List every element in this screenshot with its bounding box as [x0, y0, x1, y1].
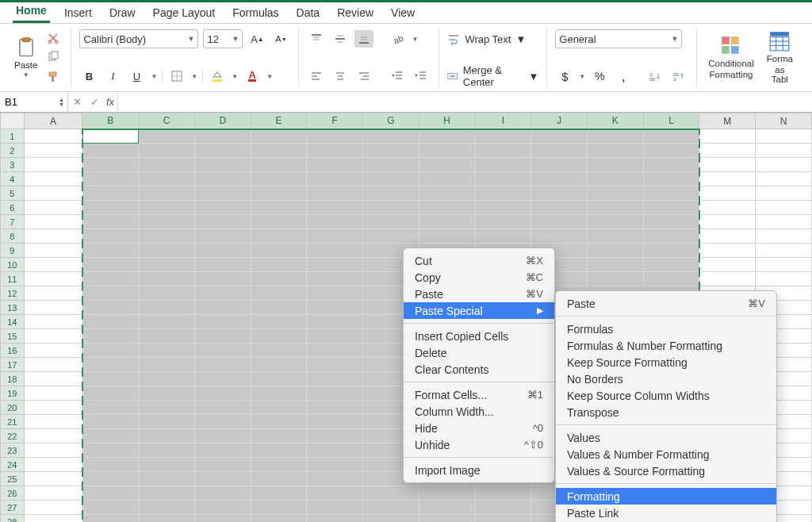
cell-H7[interactable]	[419, 215, 475, 229]
cell-B9[interactable]	[82, 244, 139, 258]
cell-B24[interactable]	[82, 458, 139, 472]
cell-A4[interactable]	[24, 172, 82, 186]
cell-C26[interactable]	[139, 486, 195, 501]
cell-D13[interactable]	[194, 301, 251, 315]
cell-C23[interactable]	[139, 443, 195, 458]
row-header-10[interactable]: 10	[1, 258, 25, 272]
ctx-delete[interactable]: Delete	[404, 344, 554, 361]
cell-G5[interactable]	[363, 186, 419, 201]
row-header-20[interactable]: 20	[1, 401, 25, 415]
cell-E25[interactable]	[251, 472, 307, 486]
cell-E1[interactable]	[251, 129, 307, 144]
cell-J8[interactable]	[531, 229, 588, 244]
cell-J4[interactable]	[531, 172, 588, 186]
cell-C25[interactable]	[139, 472, 195, 486]
ps-paste-link[interactable]: Paste Link	[556, 505, 776, 521]
cell-I1[interactable]	[475, 129, 531, 144]
cell-H2[interactable]	[419, 144, 475, 158]
cell-L4[interactable]	[643, 172, 699, 186]
cell-B21[interactable]	[82, 415, 139, 429]
cell-N10[interactable]	[756, 258, 812, 272]
cell-F1[interactable]	[307, 129, 363, 144]
align-bottom-icon[interactable]	[354, 30, 373, 48]
cell-B19[interactable]	[82, 386, 139, 401]
ps-transpose[interactable]: Transpose	[556, 404, 776, 420]
ctx-hide[interactable]: Hide^0	[404, 420, 554, 436]
cell-D15[interactable]	[194, 329, 251, 344]
col-header-E[interactable]: E	[251, 113, 307, 129]
cell-D21[interactable]	[194, 415, 251, 429]
cell-B28[interactable]	[82, 515, 139, 523]
cell-H4[interactable]	[419, 172, 475, 186]
cell-A21[interactable]	[24, 415, 82, 429]
cell-A17[interactable]	[24, 358, 82, 372]
cell-C2[interactable]	[139, 144, 195, 158]
orientation-icon[interactable]: ab	[388, 30, 407, 48]
cell-D23[interactable]	[194, 443, 251, 458]
cell-C14[interactable]	[139, 315, 195, 329]
cell-E26[interactable]	[251, 486, 307, 501]
cell-A23[interactable]	[24, 443, 82, 458]
cell-M2[interactable]	[699, 144, 756, 158]
row-header-4[interactable]: 4	[1, 172, 25, 186]
cell-E12[interactable]	[251, 286, 307, 301]
cell-A13[interactable]	[24, 301, 82, 315]
borders-button[interactable]	[167, 67, 186, 85]
col-header-F[interactable]: F	[307, 113, 363, 129]
tab-home[interactable]: Home	[13, 2, 50, 23]
copy-icon[interactable]	[44, 48, 63, 66]
cell-B11[interactable]	[82, 272, 139, 286]
cell-B5[interactable]	[82, 186, 139, 201]
cell-E27[interactable]	[251, 501, 307, 515]
tab-page-layout[interactable]: Page Layout	[150, 4, 219, 23]
cell-A7[interactable]	[24, 215, 82, 229]
ps-formatting[interactable]: Formatting	[556, 488, 776, 505]
cell-J7[interactable]	[531, 215, 588, 229]
cell-A25[interactable]	[24, 472, 82, 486]
cell-E23[interactable]	[251, 443, 307, 458]
row-header-26[interactable]: 26	[1, 486, 25, 501]
cell-E11[interactable]	[251, 272, 307, 286]
font-size-select[interactable]: 12▼	[203, 29, 243, 48]
row-header-17[interactable]: 17	[1, 358, 25, 372]
ps-formulas[interactable]: Formulas	[556, 320, 776, 337]
cell-C9[interactable]	[139, 244, 195, 258]
decrease-font-icon[interactable]: A▼	[271, 30, 290, 48]
cell-N2[interactable]	[756, 144, 812, 158]
cell-C7[interactable]	[139, 215, 195, 229]
cell-B13[interactable]	[82, 301, 139, 315]
cell-K7[interactable]	[587, 215, 643, 229]
cell-I5[interactable]	[475, 186, 531, 201]
cell-B4[interactable]	[82, 172, 139, 186]
cell-E22[interactable]	[251, 429, 307, 443]
row-header-12[interactable]: 12	[1, 286, 25, 301]
cell-D10[interactable]	[194, 258, 251, 272]
cell-A2[interactable]	[24, 144, 82, 158]
cell-ref-input[interactable]	[3, 95, 43, 109]
increase-indent-icon[interactable]	[412, 67, 431, 85]
col-header-H[interactable]: H	[419, 113, 475, 129]
underline-menu[interactable]: ▼	[151, 73, 157, 80]
cell-A8[interactable]	[24, 229, 82, 244]
cell-B8[interactable]	[82, 229, 139, 244]
cell-A28[interactable]	[24, 515, 82, 523]
cell-L7[interactable]	[643, 215, 699, 229]
cell-D11[interactable]	[194, 272, 251, 286]
cell-C1[interactable]	[139, 129, 195, 144]
cut-icon[interactable]	[44, 29, 63, 47]
cell-B26[interactable]	[82, 486, 139, 501]
cell-C3[interactable]	[139, 158, 195, 172]
cell-D26[interactable]	[194, 486, 251, 501]
cell-E14[interactable]	[251, 315, 307, 329]
cell-F7[interactable]	[307, 215, 363, 229]
cell-H8[interactable]	[419, 229, 475, 244]
cell-E24[interactable]	[251, 458, 307, 472]
cell-I6[interactable]	[475, 201, 531, 215]
cell-J2[interactable]	[531, 144, 588, 158]
align-right-icon[interactable]	[354, 67, 373, 85]
cell-F25[interactable]	[307, 472, 363, 486]
cell-F6[interactable]	[307, 201, 363, 215]
row-header-9[interactable]: 9	[1, 244, 25, 258]
row-header-18[interactable]: 18	[1, 372, 25, 386]
merge-center-button[interactable]: Merge & Center ▼	[447, 66, 538, 86]
